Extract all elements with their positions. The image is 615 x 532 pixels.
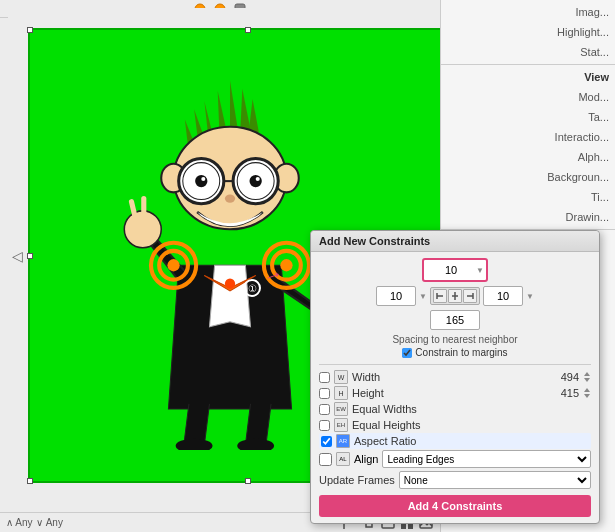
aspect-ratio-label: Aspect Ratio xyxy=(354,435,416,447)
equal-heights-item: EH Equal Heights xyxy=(319,417,591,433)
panel-item-drawing: Drawin... xyxy=(441,207,615,227)
any-label-1: ∧ Any xyxy=(6,517,32,528)
pin-left-icon[interactable] xyxy=(433,289,447,303)
equal-heights-icon: EH xyxy=(334,418,348,432)
separator xyxy=(319,364,591,365)
top-dropdown-arrow[interactable]: ▼ xyxy=(476,266,484,275)
equal-widths-icon: EW xyxy=(334,402,348,416)
nav-left-arrow[interactable]: ◁ xyxy=(12,248,23,264)
aspect-ratio-item: AR Aspect Ratio xyxy=(319,433,591,449)
equal-widths-label: Equal Widths xyxy=(352,403,417,415)
equal-heights-checkbox[interactable] xyxy=(319,420,330,431)
bottom-height-input[interactable] xyxy=(430,310,480,330)
align-label: Align xyxy=(354,453,378,465)
update-frames-label: Update Frames xyxy=(319,474,395,486)
svg-rect-43 xyxy=(401,524,406,529)
constraints-body: ▼ ▼ ▼ xyxy=(311,252,599,523)
align-icon: AL xyxy=(336,452,350,466)
annotation-1: ① xyxy=(243,279,261,297)
panel-item-state: Stat... xyxy=(441,42,615,62)
panel-item-ta: Ta... xyxy=(441,107,615,127)
equal-heights-label: Equal Heights xyxy=(352,419,421,431)
svg-point-33 xyxy=(280,259,292,271)
equal-widths-item: EW Equal Widths xyxy=(319,401,591,417)
panel-item-interaction: Interactio... xyxy=(441,127,615,147)
svg-point-19 xyxy=(250,175,262,187)
panel-item-alpha: Alph... xyxy=(441,147,615,167)
height-value: 415 xyxy=(561,387,579,399)
left-constraint-input[interactable] xyxy=(376,286,416,306)
svg-marker-6 xyxy=(240,89,250,132)
handle-tm[interactable] xyxy=(245,27,251,33)
panel-view-title: View xyxy=(441,67,615,87)
height-row xyxy=(319,310,591,330)
handle-tl[interactable] xyxy=(27,27,33,33)
handle-ml[interactable] xyxy=(27,253,33,259)
width-checkbox[interactable] xyxy=(319,372,330,383)
svg-marker-56 xyxy=(584,394,590,398)
constraints-panel: Add New Constraints ▼ ▼ xyxy=(310,230,600,524)
constraint-icons-group xyxy=(430,287,480,305)
width-item: W Width 494 xyxy=(319,369,591,385)
width-value: 494 xyxy=(561,371,579,383)
svg-marker-54 xyxy=(584,378,590,382)
center-h-icon[interactable] xyxy=(448,289,462,303)
svg-point-20 xyxy=(201,177,205,181)
spacing-text: Spacing to nearest neighbor xyxy=(319,334,591,345)
align-checkbox[interactable] xyxy=(319,453,332,466)
width-icon: W xyxy=(334,370,348,384)
equal-widths-checkbox[interactable] xyxy=(319,404,330,415)
height-label: Height xyxy=(352,387,384,399)
svg-point-21 xyxy=(256,177,260,181)
panel-section-image: Imag... Highlight... Stat... xyxy=(441,0,615,65)
any-label-2: ∨ Any xyxy=(36,517,62,528)
right-dropdown-arrow: ▼ xyxy=(526,292,534,301)
height-checkbox[interactable] xyxy=(319,388,330,399)
panel-item-background: Backgroun... xyxy=(441,167,615,187)
width-stepper[interactable] xyxy=(583,371,591,383)
align-item: AL Align Leading Edges Trailing Edges To… xyxy=(319,449,591,469)
top-input-row: ▼ xyxy=(319,258,591,282)
aspect-ratio-icon: AR xyxy=(336,434,350,448)
svg-marker-53 xyxy=(584,372,590,376)
panel-section-view: View Mod... Ta... Interactio... Alph... … xyxy=(441,65,615,230)
middle-row: ▼ ▼ xyxy=(319,286,591,306)
add-constraints-button[interactable]: Add 4 Constraints xyxy=(319,495,591,517)
handle-bm[interactable] xyxy=(245,478,251,484)
width-label: Width xyxy=(352,371,380,383)
svg-point-24 xyxy=(225,279,235,289)
svg-point-18 xyxy=(195,175,207,187)
update-frames-row: Update Frames None Items of New Constrai… xyxy=(319,469,591,491)
constrain-checkbox[interactable] xyxy=(402,348,412,358)
constraints-title: Add New Constraints xyxy=(311,231,599,252)
align-dropdown[interactable]: Leading Edges Trailing Edges Top Edges B… xyxy=(382,450,591,468)
aspect-ratio-checkbox[interactable] xyxy=(321,436,332,447)
svg-point-34 xyxy=(176,439,213,450)
pin-right-icon[interactable] xyxy=(463,289,477,303)
svg-marker-55 xyxy=(584,388,590,392)
top-constraint-input[interactable] xyxy=(426,260,476,280)
height-icon: H xyxy=(334,386,348,400)
constrain-row: Constrain to margins xyxy=(319,347,591,358)
height-item: H Height 415 xyxy=(319,385,591,401)
height-stepper[interactable] xyxy=(583,387,591,399)
panel-item-highlight: Highlight... xyxy=(441,22,615,42)
svg-marker-7 xyxy=(248,99,258,134)
svg-point-35 xyxy=(237,439,274,450)
svg-point-22 xyxy=(225,194,235,202)
svg-point-30 xyxy=(167,259,179,271)
svg-rect-44 xyxy=(408,524,413,529)
top-constraint-input-wrapper[interactable]: ▼ xyxy=(422,258,488,282)
update-frames-dropdown[interactable]: None Items of New Constraints All Frames… xyxy=(399,471,591,489)
left-dropdown-arrow: ▼ xyxy=(419,292,427,301)
panel-item-ti: Ti... xyxy=(441,187,615,207)
right-constraint-input[interactable] xyxy=(483,286,523,306)
constrain-label: Constrain to margins xyxy=(415,347,507,358)
panel-item-image: Imag... xyxy=(441,2,615,22)
handle-bl[interactable] xyxy=(27,478,33,484)
panel-item-mod: Mod... xyxy=(441,87,615,107)
